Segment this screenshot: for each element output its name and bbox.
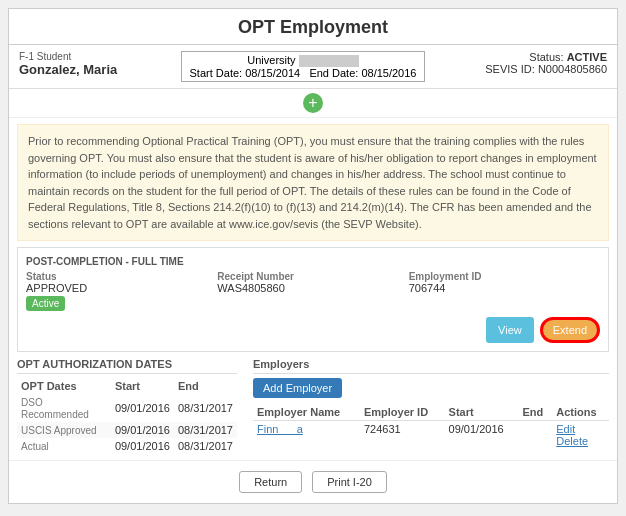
emp-status-col: Status APPROVED Active [26,271,217,311]
bottom-section: OPT AUTHORIZATION DATES OPT Dates Start … [17,358,609,454]
university-box: University Start Date: 08/15/2014 End Da… [181,51,426,82]
opt-date-type: USCIS Approved [17,422,111,438]
start-label: Start Date: [190,67,243,79]
opt-date-start: 09/01/2016 [111,438,174,454]
emp-id-col-label: Employment ID [409,271,600,282]
page-title: OPT Employment [9,9,617,45]
extend-button[interactable]: Extend [540,317,600,343]
delete-link[interactable]: Delete [556,435,605,447]
emp-buttons: View Extend [26,317,600,343]
start-date: 08/15/2014 [245,67,300,79]
sevis-line: SEVIS ID: N0004805860 [427,63,607,75]
status-line: Status: ACTIVE [427,51,607,63]
sevis-value: N0004805860 [538,63,607,75]
employment-section: POST-COMPLETION - FULL TIME Status APPRO… [17,247,609,352]
employers-title: Employers [253,358,609,374]
table-row: Actual09/01/201608/31/2017 [17,438,237,454]
edit-link[interactable]: Edit [556,423,605,435]
warning-text: Prior to recommending Optional Practical… [28,135,597,230]
employer-name[interactable]: Finn___a [253,421,360,450]
student-header: F-1 Student Gonzalez, Maria University S… [9,45,617,89]
table-row: USCIS Approved09/01/201608/31/2017 [17,422,237,438]
employer-start: 09/01/2016 [445,421,519,450]
employer-end [519,421,553,450]
opt-dates-table: OPT Dates Start End DSO Recommended09/01… [17,378,237,454]
status-value: ACTIVE [567,51,607,63]
add-employer-button[interactable]: Add Employer [253,378,342,398]
university-section: University Start Date: 08/15/2014 End Da… [179,51,427,82]
status-col-value: APPROVED [26,282,217,294]
university-label: University [247,54,295,66]
university-redacted [299,55,359,67]
col-employer-start: Start [445,404,519,421]
opt-date-end: 08/31/2017 [174,422,237,438]
student-name: Gonzalez, Maria [19,62,179,77]
print-i20-button[interactable]: Print I-20 [312,471,387,493]
employer-actions[interactable]: EditDelete [552,421,609,450]
footer-buttons: Return Print I-20 [9,460,617,503]
active-badge: Active [26,296,65,311]
employers-section: Employers Add Employer Employer Name Emp… [253,358,609,454]
col-employer-id: Employer ID [360,404,445,421]
table-row: Finn___a72463109/01/2016EditDelete [253,421,609,450]
employer-id: 724631 [360,421,445,450]
employer-table: Employer Name Employer ID Start End Acti… [253,404,609,449]
receipt-col-value: WAS4805860 [217,282,408,294]
student-type-label: F-1 Student [19,51,179,62]
employment-type: POST-COMPLETION - FULL TIME [26,256,600,267]
emp-id-col: Employment ID 706744 [409,271,600,294]
opt-date-end: 08/31/2017 [174,438,237,454]
end-date: 08/15/2016 [361,67,416,79]
return-button[interactable]: Return [239,471,302,493]
col-employer-end: End [519,404,553,421]
opt-date-start: 09/01/2016 [111,422,174,438]
warning-box: Prior to recommending Optional Practical… [17,124,609,241]
student-name-section: F-1 Student Gonzalez, Maria [19,51,179,77]
opt-date-type: Actual [17,438,111,454]
emp-id-col-value: 706744 [409,282,600,294]
employment-row: Status APPROVED Active Receipt Number WA… [26,271,600,311]
col-employer-name: Employer Name [253,404,360,421]
sevis-label: SEVIS ID: [485,63,535,75]
add-btn-row: + [9,89,617,118]
col-end: End [174,378,237,394]
col-opt-dates: OPT Dates [17,378,111,394]
opt-date-start: 09/01/2016 [111,394,174,422]
receipt-col-label: Receipt Number [217,271,408,282]
opt-dates-section: OPT AUTHORIZATION DATES OPT Dates Start … [17,358,237,454]
add-icon[interactable]: + [303,93,323,113]
status-label: Status: [529,51,563,63]
view-button[interactable]: View [486,317,534,343]
table-row: DSO Recommended09/01/201608/31/2017 [17,394,237,422]
opt-date-end: 08/31/2017 [174,394,237,422]
page-container: OPT Employment F-1 Student Gonzalez, Mar… [8,8,618,504]
opt-dates-title: OPT AUTHORIZATION DATES [17,358,237,374]
end-label: End Date: [309,67,358,79]
status-col-label: Status [26,271,217,282]
col-employer-actions: Actions [552,404,609,421]
opt-date-type: DSO Recommended [17,394,111,422]
col-start: Start [111,378,174,394]
status-section: Status: ACTIVE SEVIS ID: N0004805860 [427,51,607,75]
emp-receipt-col: Receipt Number WAS4805860 [217,271,408,294]
